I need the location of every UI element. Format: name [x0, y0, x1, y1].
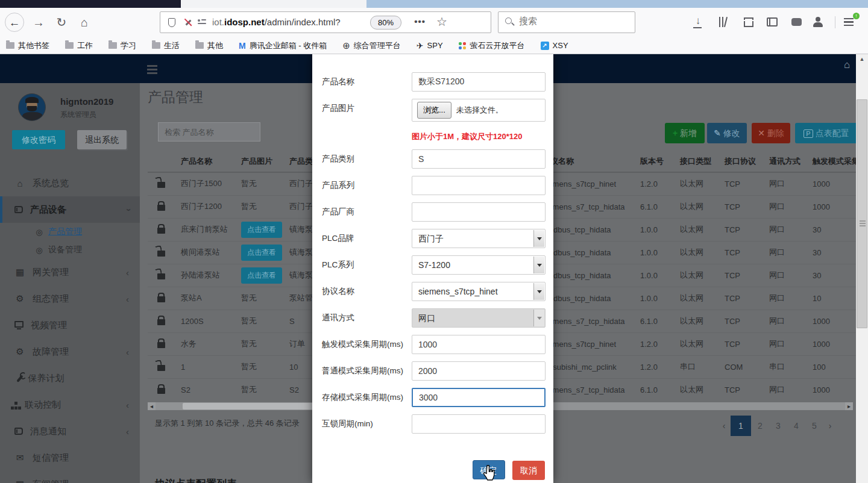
product-series-input[interactable] [412, 176, 546, 195]
table-cell: 1.0.0 [634, 287, 674, 310]
zoom-level-badge[interactable]: 80% [370, 16, 401, 30]
field-label-comm: 通讯方式 [322, 308, 412, 328]
bookmark-item[interactable]: 其他书签 [6, 40, 49, 51]
column-header[interactable]: 通讯方式 [763, 151, 807, 172]
home-button[interactable]: ⌂ [75, 13, 94, 32]
table-cell: 串口 [674, 355, 719, 378]
column-header[interactable]: 产品图片 [235, 151, 283, 172]
sidebar-item-视频管理[interactable]: 视频管理 [0, 312, 140, 338]
dropdown-arrow-icon[interactable] [533, 283, 544, 300]
view-image-button[interactable]: 点击查看 [241, 267, 282, 284]
pagination-page-5[interactable]: 5 [805, 416, 823, 436]
plc-brand-select[interactable]: 西门子 [412, 229, 546, 248]
table-cell: 6.1.0 [634, 378, 674, 401]
submenu-item-产品管理[interactable]: ◎产品管理 [0, 223, 140, 241]
pagination-prev[interactable]: ‹ [717, 416, 731, 436]
interlock-period-input[interactable] [412, 414, 546, 434]
pagination-page-2[interactable]: 2 [751, 416, 769, 436]
plc-series-select[interactable]: S7-1200 [412, 255, 546, 275]
sidebar-item-组态管理[interactable]: ⚙组态管理‹ [0, 285, 140, 312]
view-image-button[interactable]: 点击查看 [241, 222, 282, 238]
pagination-page-3[interactable]: 3 [769, 416, 787, 436]
messages-icon[interactable] [791, 18, 802, 26]
url-text[interactable]: iot.idosp.net/admin/index.html? [212, 17, 341, 27]
bookmark-star-icon[interactable]: ☆ [436, 14, 447, 29]
navbar-home-icon[interactable]: ⌂ [844, 59, 850, 71]
column-header[interactable]: 接口类型 [674, 151, 719, 172]
dropdown-arrow-icon[interactable] [533, 230, 544, 247]
sidebar-item-车间管理[interactable]: ▦车间管理 [0, 471, 140, 483]
reload-button[interactable]: ↻ [52, 13, 71, 32]
scroll-up-icon[interactable]: ▲ [856, 54, 868, 64]
normal-period-input[interactable] [412, 361, 546, 381]
sidebar-toggle-icon[interactable] [767, 17, 778, 26]
bookmark-item[interactable]: ↗XSY [541, 41, 568, 50]
bookmark-item[interactable]: 学习 [108, 40, 136, 51]
permissions-icon[interactable] [198, 19, 206, 26]
active-tab[interactable] [181, 0, 366, 8]
pagination-next[interactable]: › [823, 416, 837, 436]
change-password-button[interactable]: 修改密码 [12, 130, 65, 149]
browser-search-box[interactable] [498, 11, 635, 33]
sidebar-item-网关管理[interactable]: ▦网关管理‹ [0, 259, 140, 285]
sidebar-item-消息通知[interactable]: 消息通知‹ [0, 418, 140, 444]
delete-button[interactable]: ✕删除 [752, 123, 790, 143]
table-cell: 点击查看 [235, 264, 283, 287]
bookmark-item[interactable]: 工作 [65, 40, 93, 51]
edit-button[interactable]: ✎修改 [707, 123, 747, 143]
library-icon[interactable] [717, 16, 729, 28]
sidebar-item-产品设备[interactable]: 产品设备‹ [0, 196, 140, 223]
pagination-page-1[interactable]: 1 [731, 416, 751, 436]
file-input[interactable]: 浏览... 未选择文件。 [412, 99, 546, 122]
column-header[interactable]: 产品名称 [175, 151, 235, 172]
bookmark-item[interactable]: 其他 [195, 40, 223, 51]
shield-icon[interactable] [168, 18, 175, 27]
browser-vertical-scrollbar[interactable]: ▲ [856, 54, 868, 483]
bookmark-item[interactable]: 萤石云开放平台 [459, 40, 525, 51]
browser-search-input[interactable] [519, 16, 627, 26]
bookmark-item[interactable]: ✈SPY [417, 41, 443, 51]
scroll-right-icon[interactable]: ▸ [845, 402, 853, 410]
submenu-item-设备管理[interactable]: ◎设备管理 [0, 241, 140, 259]
sidebar-item-短信管理[interactable]: ✉短信管理 [0, 444, 140, 471]
view-image-button[interactable]: 点击查看 [241, 245, 282, 261]
dropdown-arrow-icon[interactable] [533, 257, 544, 273]
logout-button[interactable]: 退出系统 [77, 130, 127, 149]
vertical-scrollbar-thumb[interactable] [857, 99, 867, 328]
point-table-config-button[interactable]: P点表配置 [795, 123, 858, 143]
back-button[interactable]: ← [5, 13, 24, 32]
column-header[interactable]: 接口协议 [719, 151, 763, 172]
sidebar-item-保养计划[interactable]: 保养计划 [0, 365, 140, 391]
pagination-page-4[interactable]: 4 [787, 416, 805, 436]
table-cell: 网口 [763, 218, 807, 241]
storage-period-input[interactable] [412, 388, 546, 407]
product-vendor-input[interactable] [412, 202, 546, 222]
home-icon: ⌂ [14, 178, 25, 189]
cancel-button[interactable]: 取消 [512, 461, 545, 480]
product-name-input[interactable] [412, 72, 546, 92]
forward-button[interactable]: → [29, 13, 48, 32]
add-button[interactable]: +新增 [665, 123, 705, 143]
bookmark-item[interactable]: 生活 [152, 40, 180, 51]
sidebar-item-联动控制[interactable]: 联动控制‹ [0, 391, 140, 418]
page-actions-icon[interactable]: ••• [414, 16, 426, 26]
sidebar-collapse-icon[interactable] [147, 63, 157, 76]
browse-button[interactable]: 浏览... [417, 102, 451, 119]
screenshot-icon[interactable] [744, 17, 753, 27]
sidebar-item-系统总览[interactable]: ⌂系统总览 [0, 170, 140, 196]
bookmark-item[interactable]: ⊕综合管理平台 [342, 40, 401, 51]
content-blocked-icon[interactable] [183, 17, 193, 27]
product-category-input[interactable] [412, 149, 546, 169]
scroll-left-icon[interactable]: ◂ [148, 402, 156, 410]
product-search-input[interactable] [158, 122, 260, 142]
chevron-left-icon: ‹ [126, 426, 129, 437]
sidebar-item-故障管理[interactable]: ⚙故障管理‹ [0, 338, 140, 365]
bookmark-label: 萤石云开放平台 [470, 40, 525, 51]
column-header[interactable]: 版本号 [634, 151, 674, 172]
trigger-period-input[interactable] [412, 335, 546, 354]
account-icon[interactable] [813, 17, 825, 29]
bookmark-item[interactable]: M腾讯企业邮箱 - 收件箱 [239, 40, 327, 51]
protocol-select[interactable]: siemens_s7tcp_hinet [412, 282, 546, 301]
downloads-icon[interactable]: ↓ [692, 16, 704, 28]
url-bar[interactable]: iot.idosp.net/admin/index.html? 80% ••• … [160, 11, 491, 33]
